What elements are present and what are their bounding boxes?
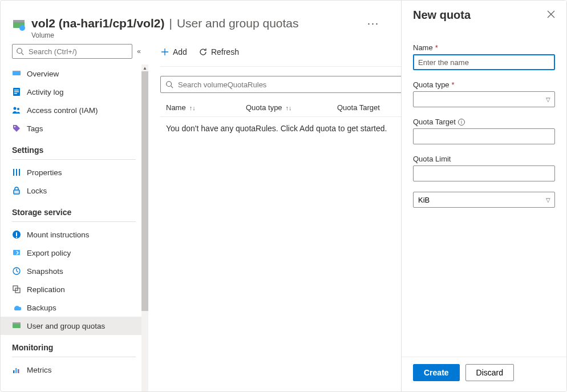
mount-icon xyxy=(12,230,21,239)
svg-rect-10 xyxy=(14,93,17,94)
sidebar-item-overview[interactable]: Overview xyxy=(1,64,147,83)
svg-line-33 xyxy=(171,86,173,88)
quotas-icon xyxy=(12,321,21,330)
quota-target-input[interactable] xyxy=(413,128,555,144)
sidebar-item-metrics[interactable]: Metrics xyxy=(1,361,147,379)
sidebar-item-snapshots[interactable]: Snapshots xyxy=(1,262,147,280)
info-icon[interactable]: i xyxy=(458,119,465,126)
svg-point-2 xyxy=(19,25,25,31)
create-button[interactable]: Create xyxy=(413,364,460,381)
svg-rect-8 xyxy=(14,90,19,91)
sidebar-item-label: Tags xyxy=(27,124,43,133)
sidebar-item-replication[interactable]: Replication xyxy=(1,280,147,298)
plus-icon xyxy=(160,47,169,56)
panel-title: New quota xyxy=(413,9,471,22)
svg-rect-28 xyxy=(15,368,17,373)
svg-rect-25 xyxy=(13,324,21,328)
name-field-label: Name* xyxy=(413,43,555,52)
quota-unit-select[interactable] xyxy=(413,192,555,208)
svg-point-11 xyxy=(14,107,17,110)
replication-icon xyxy=(12,285,21,294)
quota-type-field-label: Quota type* xyxy=(413,80,555,89)
sidebar-item-label: Metrics xyxy=(27,366,52,374)
more-menu-icon[interactable]: ··· xyxy=(363,18,384,30)
refresh-icon xyxy=(199,47,208,56)
sidebar-search[interactable] xyxy=(12,44,132,59)
svg-rect-15 xyxy=(16,169,17,176)
svg-rect-16 xyxy=(19,169,20,176)
column-quota-type[interactable]: Quota type ↑↓ xyxy=(246,103,337,112)
resource-name: vol2 (na-hari1/cp1/vol2) xyxy=(31,17,164,30)
sidebar-section-monitoring: Monitoring xyxy=(1,335,147,354)
sidebar-item-tags[interactable]: Tags xyxy=(1,119,147,138)
sidebar-item-label: Locks xyxy=(27,187,47,195)
sidebar-item-mount-instructions[interactable]: Mount instructions xyxy=(1,225,147,244)
sidebar-item-export-policy[interactable]: Export policy xyxy=(1,244,147,262)
refresh-label: Refresh xyxy=(211,47,239,56)
svg-rect-17 xyxy=(14,190,19,194)
discard-button[interactable]: Discard xyxy=(465,364,514,381)
locks-icon xyxy=(12,186,21,195)
svg-point-3 xyxy=(17,49,22,54)
search-icon xyxy=(165,80,173,88)
sidebar-scrollbar[interactable]: ▲ xyxy=(141,64,148,391)
svg-rect-26 xyxy=(13,322,21,324)
quota-limit-input[interactable] xyxy=(413,165,555,181)
sidebar-item-label: Overview xyxy=(27,70,59,78)
volume-resource-icon xyxy=(12,19,26,33)
sidebar-item-label: Activity log xyxy=(27,88,64,96)
quota-type-select[interactable] xyxy=(413,91,555,107)
search-icon xyxy=(16,47,24,55)
svg-rect-29 xyxy=(18,369,19,373)
close-panel-button[interactable] xyxy=(547,10,555,20)
section-name: User and group quotas xyxy=(177,17,299,30)
svg-rect-19 xyxy=(16,232,17,236)
sidebar-item-backups[interactable]: Backups xyxy=(1,298,147,317)
sidebar-item-properties[interactable]: Properties xyxy=(1,163,147,181)
svg-point-13 xyxy=(14,126,15,127)
sidebar-item-label: Backups xyxy=(27,304,56,312)
svg-rect-1 xyxy=(13,20,25,22)
sidebar-item-access-control[interactable]: Access control (IAM) xyxy=(1,101,147,119)
scrollbar-up-arrow[interactable]: ▲ xyxy=(141,64,148,71)
sidebar-item-activity-log[interactable]: Activity log xyxy=(1,83,147,101)
name-input[interactable] xyxy=(413,54,555,70)
sort-icon: ↑↓ xyxy=(286,104,292,111)
svg-point-32 xyxy=(167,82,172,87)
sidebar-section-settings: Settings xyxy=(1,138,147,157)
sidebar-item-label: Snapshots xyxy=(27,267,63,276)
sidebar: « Overview Activity log Access control (… xyxy=(1,44,149,391)
svg-rect-6 xyxy=(13,71,21,72)
column-name[interactable]: Name ↑↓ xyxy=(160,103,246,112)
svg-rect-14 xyxy=(13,169,14,176)
sidebar-item-label: Mount instructions xyxy=(27,231,90,239)
column-quota-target[interactable]: Quota Target xyxy=(337,103,406,112)
backups-icon xyxy=(12,303,21,312)
properties-icon xyxy=(12,168,21,177)
sidebar-item-label: Replication xyxy=(27,285,65,294)
quota-limit-field-label: Quota Limit xyxy=(413,155,555,163)
sidebar-section-storage: Storage service xyxy=(1,200,147,219)
overview-icon xyxy=(12,69,21,78)
metrics-icon xyxy=(12,365,21,374)
sidebar-search-input[interactable] xyxy=(27,47,128,56)
sidebar-item-locks[interactable]: Locks xyxy=(1,181,147,200)
sidebar-item-user-group-quotas[interactable]: User and group quotas xyxy=(1,317,147,335)
tags-icon xyxy=(12,124,21,133)
add-label: Add xyxy=(173,47,187,56)
svg-line-4 xyxy=(22,53,24,55)
activity-log-icon xyxy=(12,87,21,96)
refresh-button[interactable]: Refresh xyxy=(199,47,239,56)
scrollbar-thumb[interactable] xyxy=(141,71,148,311)
new-quota-panel: New quota Name* Quota type* ▽ xyxy=(401,1,566,391)
collapse-sidebar-icon[interactable]: « xyxy=(137,47,139,55)
sort-icon: ↑↓ xyxy=(189,104,196,111)
sidebar-item-label: Properties xyxy=(27,168,62,177)
sidebar-item-label: User and group quotas xyxy=(27,322,105,330)
access-control-icon xyxy=(12,106,21,115)
sidebar-item-label: Access control (IAM) xyxy=(27,106,98,115)
export-policy-icon xyxy=(12,248,21,257)
title-separator: | xyxy=(169,17,172,30)
svg-point-12 xyxy=(17,108,19,110)
add-button[interactable]: Add xyxy=(160,47,187,56)
